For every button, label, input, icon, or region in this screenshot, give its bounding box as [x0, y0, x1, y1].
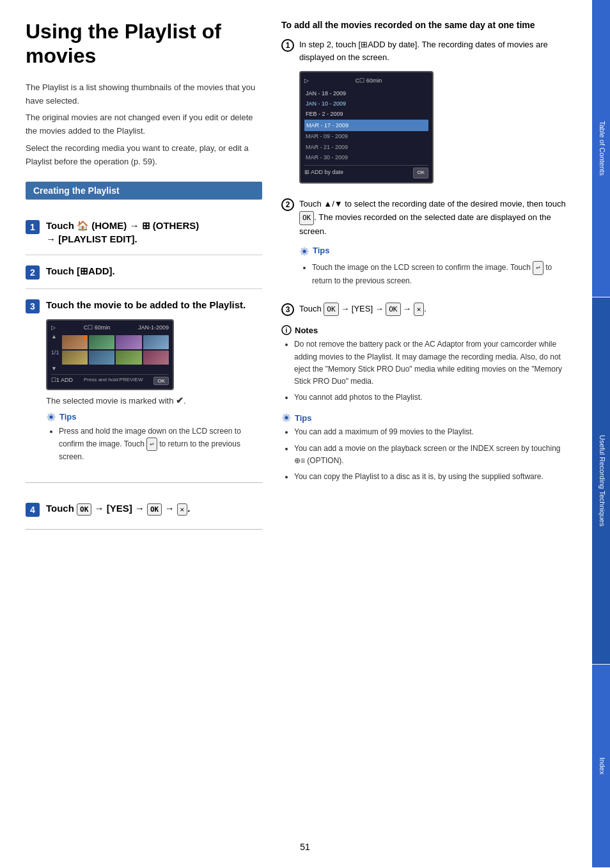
step-1-number: 1	[26, 220, 40, 234]
add-by-date-icon: ⊞	[361, 40, 368, 49]
creating-playlist-header: Creating the Playlist	[26, 182, 262, 200]
circle-2-content: Touch ▲/▼ to select the recording date o…	[299, 198, 573, 294]
nav-up: ▲	[51, 333, 59, 340]
x-btn-icon: ✕	[177, 503, 188, 516]
date-row-7: MAR - 30 - 2009	[304, 152, 428, 162]
page-container: Using the Playlist of movies The Playlis…	[0, 0, 610, 868]
home-icon: 🏠 (HOME) →	[77, 220, 142, 231]
date-list: JAN - 18 - 2009 JAN - 10 - 2009 FEB - 2 …	[304, 88, 428, 163]
right-tabs: Table of Contents Useful Recording Techn…	[592, 0, 610, 868]
notes-header: i Notes	[281, 325, 573, 335]
tab-toc[interactable]: Table of Contents	[592, 0, 610, 297]
add-icon-inline: ⊞	[80, 265, 88, 276]
step-4-content: Touch OK → [YES] → OK → ✕.	[46, 501, 262, 516]
intro-p2: The original movies are not changed even…	[26, 111, 262, 138]
tip2-2: You can add a movie on the playback scre…	[294, 443, 573, 467]
ok-btn-c3b: OK	[386, 303, 400, 317]
svg-text:i: i	[286, 327, 288, 334]
sc1-add-date: ⊞ ADD by date	[304, 168, 343, 178]
nav-counter: 1/1	[51, 349, 59, 356]
thumb-1	[62, 335, 88, 349]
step-1-content: Touch 🏠 (HOME) → ⊞ (OTHERS) → [PLAYLIST …	[46, 219, 262, 246]
gear-icon-c2	[299, 246, 309, 256]
circle-step-1: 1 In step 2, touch [⊞ADD by date]. The r…	[281, 38, 573, 189]
step-1-text: Touch 🏠 (HOME) → ⊞ (OTHERS) → [PLAYLIST …	[46, 219, 262, 246]
screen-circle1: ▷ C☐ 60min JAN - 18 - 2009 JAN - 10 - 20…	[299, 71, 434, 184]
check-mark-icon: ✔	[176, 395, 184, 406]
date-row-5: MAR - 09 - 2009	[304, 131, 428, 141]
date-row-6: MAR - 21 - 2009	[304, 142, 428, 152]
thumb-4	[143, 335, 169, 349]
ok-btn-c2: OK	[299, 211, 314, 225]
return-icon: ↩	[146, 438, 157, 452]
step3-tips-box: Tips Press and hold the image down on th…	[46, 412, 262, 464]
circle-1: 1	[281, 39, 294, 52]
sc1-ok: OK	[413, 168, 428, 178]
date-row-3: FEB - 2 - 2009	[304, 109, 428, 119]
others-icon: ⊞ (OTHERS)	[142, 220, 199, 231]
circle-1-content: In step 2, touch [⊞ADD by date]. The rec…	[299, 38, 573, 189]
thumb-7	[116, 351, 141, 365]
page-title: Using the Playlist of movies	[26, 19, 262, 68]
sc1-cap: C☐ 60min	[356, 76, 382, 85]
circle-step-3: 3 Touch OK → [YES] → OK → ✕.	[281, 303, 573, 317]
screen-step3: ▷ C☐ 60min JAN-1-2009 ▲ 1/1 ▼	[46, 319, 174, 390]
option-icon: ⊕≡	[294, 456, 305, 465]
tips2-list: You can add a maximum of 99 movies to th…	[281, 426, 573, 483]
circle-3: 3	[281, 303, 294, 316]
gear-icon-t2	[281, 413, 292, 423]
date-row-2: JAN - 10 - 2009	[304, 99, 428, 109]
step-3-content: Touch the movie to be added to the Playl…	[46, 298, 262, 470]
step-2-number: 2	[26, 265, 40, 280]
ok-btn-icon: OK	[77, 503, 91, 516]
gear-icon	[46, 412, 56, 422]
step-4-number: 4	[26, 503, 40, 517]
step3-tips-label: Tips	[59, 412, 77, 422]
nav-down: ▼	[51, 365, 59, 372]
step3-tip-1: Press and hold the image down on the LCD…	[59, 425, 262, 464]
sc1-footer: ⊞ ADD by date OK	[304, 165, 428, 178]
t2-tips-label: Tips	[295, 413, 312, 423]
thumb-5	[62, 351, 88, 365]
screen-play-icon: ▷	[51, 324, 56, 331]
circle-step-2: 2 Touch ▲/▼ to select the recording date…	[281, 198, 573, 294]
x-btn-c3: ✕	[414, 303, 425, 317]
ok-btn-c3: OK	[324, 303, 338, 317]
circle-2: 2	[281, 198, 294, 211]
step3-tips-list: Press and hold the image down on the LCD…	[46, 425, 262, 464]
thumb-2	[89, 335, 114, 349]
screen-date-header: JAN-1-2009	[138, 324, 169, 331]
tab-index[interactable]: Index	[592, 665, 610, 868]
tips2-box: Tips You can add a maximum of 99 movies …	[281, 413, 573, 483]
divider-after-step4	[26, 529, 262, 530]
step3-tips-header: Tips	[46, 412, 262, 422]
step-2-text: Touch [⊞ADD].	[46, 264, 262, 278]
step-4: 4 Touch OK → [YES] → OK → ✕.	[26, 493, 262, 526]
add-same-day-title: To add all the movies recorded on the sa…	[281, 19, 573, 32]
page-number: 51	[300, 842, 310, 852]
c2-tip-1: Touch the image on the LCD screen to con…	[312, 261, 573, 287]
thumb-8	[143, 351, 169, 365]
notes-icon: i	[281, 325, 292, 335]
date-row-4: MAR - 17 - 2009	[304, 120, 428, 131]
screen-add-label: ☐1 ADD	[51, 377, 73, 385]
tip2-3: You can copy the Playlist to a disc as i…	[294, 471, 573, 483]
thumb-3	[116, 335, 141, 349]
circle2-tips-header: Tips	[299, 244, 573, 258]
step-2: 2 Touch [⊞ADD].	[26, 255, 262, 289]
screen-thumbs	[62, 333, 169, 367]
marked-text: The selected movie is marked with ✔.	[46, 395, 262, 406]
step-3-number: 3	[26, 299, 40, 313]
return-icon-c2: ↩	[533, 261, 544, 275]
step-3: 3 Touch the movie to be added to the Pla…	[26, 289, 262, 479]
note-2: You cannot add photos to the Playlist.	[294, 391, 573, 404]
right-column: To add all the movies recorded on the sa…	[275, 19, 573, 849]
thumb-grid	[62, 335, 169, 365]
screen-preview-hint: Press and hold:PREVIEW	[84, 377, 143, 385]
main-content: Using the Playlist of movies The Playlis…	[0, 0, 592, 868]
screen-body: ▲ 1/1 ▼	[51, 333, 169, 372]
screen-nav: ▲ 1/1 ▼	[51, 333, 59, 372]
left-column: Using the Playlist of movies The Playlis…	[26, 19, 275, 849]
c2-tips-list: Touch the image on the LCD screen to con…	[299, 261, 573, 287]
tab-useful[interactable]: Useful Recording Techniques	[592, 297, 610, 665]
